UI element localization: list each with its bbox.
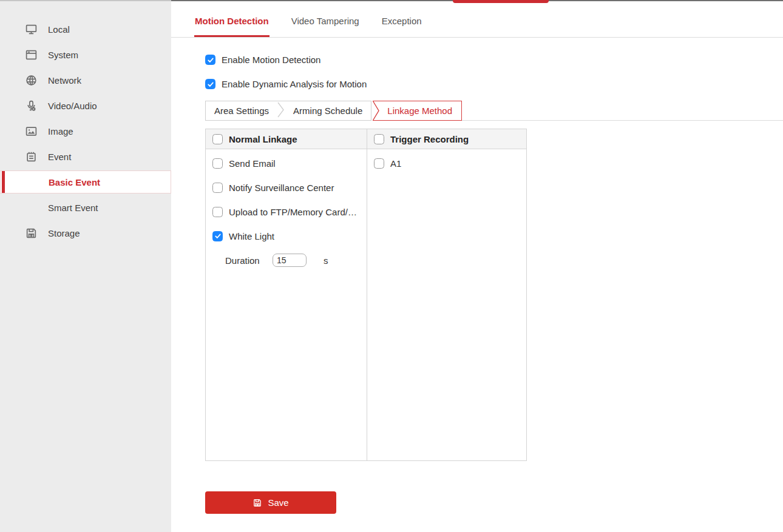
upload-ftp-label: Upload to FTP/Memory Card/…	[229, 207, 357, 217]
channel-a1-checkbox[interactable]	[374, 158, 384, 169]
picture-icon	[24, 124, 38, 138]
tab-bar: Motion Detection Video Tampering Excepti…	[171, 1, 783, 38]
enable-dynamic-analysis-label: Enable Dynamic Analysis for Motion	[222, 79, 367, 89]
enable-motion-detection-row: Enable Motion Detection	[205, 55, 783, 65]
upload-ftp-checkbox[interactable]	[212, 207, 223, 217]
content-area: Motion Detection Video Tampering Excepti…	[171, 0, 783, 532]
channel-a1-label: A1	[390, 158, 401, 169]
save-button-label: Save	[268, 497, 288, 508]
white-light-row: White Light	[206, 224, 367, 248]
globe-icon	[24, 73, 38, 87]
enable-motion-detection-label: Enable Motion Detection	[222, 55, 320, 65]
sidebar-item-smart-event[interactable]: Smart Event	[0, 195, 171, 220]
duration-unit-label: s	[324, 255, 328, 266]
trigger-recording-header-cell: Trigger Recording	[367, 129, 526, 149]
sidebar-item-label: Image	[48, 126, 73, 136]
channel-a1-row: A1	[367, 151, 526, 175]
tab-exception[interactable]: Exception	[381, 1, 422, 37]
normal-linkage-select-all-checkbox[interactable]	[212, 134, 223, 144]
trigger-recording-column: A1	[367, 149, 526, 460]
app-window: Local System Network	[0, 0, 783, 532]
sidebar-item-label: Storage	[48, 228, 80, 238]
sidebar-item-system[interactable]: System	[0, 42, 171, 67]
subtab-arming-schedule[interactable]: Arming Schedule	[285, 101, 371, 120]
subtab-strip: Area Settings Arming Schedule Linkage Me…	[205, 101, 783, 121]
sidebar-item-label: Event	[48, 152, 71, 162]
save-button[interactable]: Save	[205, 491, 336, 514]
send-email-label: Send Email	[229, 158, 276, 169]
top-red-indicator	[453, 0, 549, 3]
microphone-icon	[24, 99, 38, 112]
notify-surveillance-center-checkbox[interactable]	[212, 183, 223, 193]
trigger-recording-header-label: Trigger Recording	[390, 134, 469, 144]
normal-linkage-column: Send Email Notify Surveillance Center	[206, 149, 367, 460]
sidebar-item-label: Smart Event	[48, 203, 98, 213]
linkage-table: Normal Linkage Trigger Recording	[205, 129, 527, 461]
send-email-checkbox[interactable]	[212, 158, 223, 169]
duration-row: Duration s	[206, 248, 367, 272]
active-indicator-bar	[2, 171, 5, 193]
sidebar-item-video-audio[interactable]: Video/Audio	[0, 93, 171, 118]
subtab-linkage-method[interactable]: Linkage Method	[373, 101, 462, 121]
subtab-area-settings[interactable]: Area Settings	[206, 101, 277, 120]
notify-surveillance-center-row: Notify Surveillance Center	[206, 175, 367, 200]
sidebar-item-label: Basic Event	[49, 177, 100, 187]
enable-dynamic-analysis-row: Enable Dynamic Analysis for Motion	[205, 79, 783, 89]
subtab-group: Area Settings Arming Schedule	[205, 101, 371, 121]
duration-input[interactable]	[273, 254, 307, 267]
chevron-right-icon	[277, 102, 285, 120]
sidebar-item-local[interactable]: Local	[0, 16, 171, 42]
linkage-table-header: Normal Linkage Trigger Recording	[206, 129, 526, 149]
sidebar-item-storage[interactable]: Storage	[0, 220, 171, 246]
sidebar-item-image[interactable]: Image	[0, 118, 171, 144]
linkage-table-body: Send Email Notify Surveillance Center	[206, 149, 526, 460]
chevron-right-icon	[373, 101, 380, 121]
sidebar: Local System Network	[0, 0, 171, 532]
enable-motion-detection-checkbox[interactable]	[205, 55, 215, 65]
white-light-label: White Light	[229, 231, 274, 241]
send-email-row: Send Email	[206, 151, 367, 175]
sidebar-item-label: System	[48, 50, 78, 60]
sidebar-item-label: Local	[48, 24, 70, 35]
subtab-baseline	[462, 101, 783, 121]
white-light-checkbox[interactable]	[212, 231, 223, 241]
notify-surveillance-center-label: Notify Surveillance Center	[229, 183, 334, 193]
normal-linkage-header-label: Normal Linkage	[229, 134, 297, 144]
normal-linkage-header-cell: Normal Linkage	[206, 129, 367, 149]
sidebar-item-basic-event[interactable]: Basic Event	[0, 170, 171, 194]
enable-dynamic-analysis-checkbox[interactable]	[205, 79, 215, 89]
subtab-label: Linkage Method	[387, 106, 452, 116]
sidebar-item-network[interactable]: Network	[0, 67, 171, 93]
main-panel: Enable Motion Detection Enable Dynamic A…	[171, 55, 783, 514]
duration-label: Duration	[225, 255, 273, 266]
monitor-icon	[24, 22, 38, 36]
trigger-recording-select-all-checkbox[interactable]	[374, 134, 384, 144]
sidebar-item-label: Video/Audio	[48, 101, 97, 111]
floppy-icon	[24, 226, 38, 240]
upload-ftp-row: Upload to FTP/Memory Card/…	[206, 200, 367, 224]
tab-motion-detection[interactable]: Motion Detection	[194, 1, 269, 37]
save-icon	[253, 498, 262, 508]
sidebar-item-event[interactable]: Event	[0, 144, 171, 169]
tab-video-tampering[interactable]: Video Tampering	[291, 1, 360, 37]
window-icon	[24, 48, 38, 61]
sidebar-item-label: Network	[48, 75, 81, 86]
calendar-icon	[24, 150, 38, 163]
